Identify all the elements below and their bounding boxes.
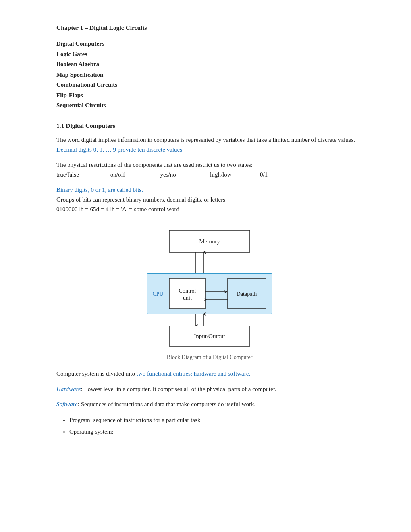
toc-item-6: Flip-Flops [56, 90, 363, 101]
state-highlow: high/low [210, 170, 258, 179]
svg-text:Datapath: Datapath [237, 291, 257, 297]
groups-of-bits: Groups of bits can represent binary numb… [56, 196, 227, 203]
binary-example: 01000001b = 65d = 41h = 'A' = some contr… [56, 206, 179, 212]
svg-text:CPU: CPU [152, 291, 163, 297]
toc-item-4: Map Specification [56, 70, 363, 80]
paragraph-2: The physical restrictions of the compone… [56, 160, 363, 179]
toc-item-1: Digital Computers [56, 39, 363, 49]
paragraph-4-before: Computer system is divided into [56, 370, 137, 377]
state-onoff: on/off [110, 170, 159, 179]
svg-text:Control: Control [179, 288, 196, 294]
bullet-list: Program: sequence of instructions for a … [69, 415, 363, 437]
toc-item-3: Boolean Algebra [56, 59, 363, 70]
hardware-italic: Hardware [56, 386, 81, 392]
two-entities-highlight: two functional entities: hardware and so… [137, 370, 250, 377]
chapter-title: Chapter 1 – Digital Logic Circuits [56, 24, 363, 31]
paragraph-software: Software: Sequences of instructions and … [56, 399, 363, 409]
software-rest: : Sequences of instructions and data tha… [78, 401, 256, 407]
paragraph-1-text: The word digital implies information in … [56, 137, 355, 143]
svg-text:Input/Output: Input/Output [194, 333, 225, 339]
paragraph-hardware: Hardware: Lowest level in a computer. It… [56, 384, 363, 394]
block-diagram-container: Memory CPU Control unit Datapath Input/O… [56, 226, 363, 361]
svg-text:Memory: Memory [199, 238, 220, 245]
block-diagram-svg: Memory CPU Control unit Datapath Input/O… [125, 226, 294, 351]
diagram-caption: Block Diagram of a Digital Computer [167, 354, 253, 361]
paragraph-1: The word digital implies information in … [56, 135, 363, 154]
toc-item-2: Logic Gates [56, 49, 363, 60]
paragraph-4: Computer system is divided into two func… [56, 369, 363, 378]
decimal-digits-highlight: Decimal digits 0, 1, … 9 provide ten dis… [56, 146, 184, 153]
hardware-rest: : Lowest level in a computer. It compris… [81, 386, 276, 392]
bullet-item-1: Program: sequence of instructions for a … [69, 415, 363, 426]
paragraph-2-intro: The physical restrictions of the compone… [56, 162, 253, 168]
bullet-item-2: Operating system: [69, 426, 363, 437]
binary-digits-highlight: Binary digits, 0 or 1, are called bits. [56, 187, 143, 193]
toc-item-5: Combinational Circuits [56, 80, 363, 90]
state-truefalse: true/false [56, 170, 109, 179]
svg-text:unit: unit [183, 295, 192, 301]
state-zeroone: 0/1 [260, 171, 268, 178]
table-of-contents: Digital Computers Logic Gates Boolean Al… [56, 39, 363, 111]
software-italic: Software [56, 401, 78, 407]
paragraph-3: Binary digits, 0 or 1, are called bits. … [56, 185, 363, 214]
state-yesno: yes/no [160, 170, 209, 179]
toc-item-7: Sequential Circuits [56, 100, 363, 111]
section-1-1-title: 1.1 Digital Computers [56, 122, 363, 129]
